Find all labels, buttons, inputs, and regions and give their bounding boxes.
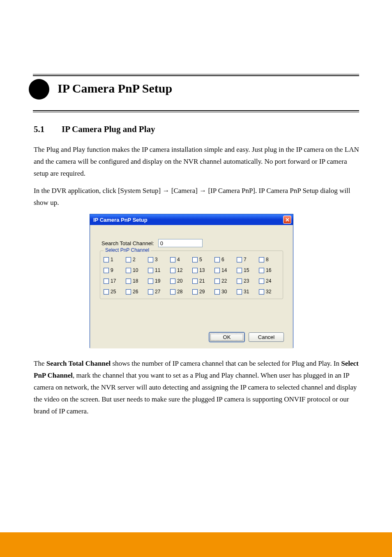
channel-checkbox-10[interactable]: 10 xyxy=(126,267,146,273)
dialog-titlebar: IP Camera PnP Setup ✕ xyxy=(90,214,293,225)
channel-label: 15 xyxy=(244,267,249,273)
checkbox-icon xyxy=(148,278,153,284)
channel-checkbox-6[interactable]: 6 xyxy=(214,257,235,262)
channel-checkbox-11[interactable]: 11 xyxy=(148,267,168,273)
checkbox-icon xyxy=(214,278,220,284)
chapter-bullet xyxy=(29,79,49,100)
channel-checkbox-22[interactable]: 22 xyxy=(214,278,235,284)
channel-label: 32 xyxy=(266,289,271,295)
channel-checkbox-29[interactable]: 29 xyxy=(192,289,213,295)
channel-checkbox-18[interactable]: 18 xyxy=(126,278,146,284)
channel-label: 10 xyxy=(133,267,138,273)
checkbox-icon xyxy=(170,278,175,284)
dialog-button-row: OK Cancel xyxy=(209,332,284,342)
channel-checkbox-15[interactable]: 15 xyxy=(237,267,257,273)
channel-label: 19 xyxy=(155,278,160,284)
channel-checkbox-3[interactable]: 3 xyxy=(148,257,168,262)
channel-label: 13 xyxy=(199,267,205,273)
channel-label: 21 xyxy=(199,278,205,284)
channel-checkbox-14[interactable]: 14 xyxy=(214,267,235,273)
search-row: Search Total Channel: xyxy=(101,239,285,247)
channel-checkbox-17[interactable]: 17 xyxy=(104,278,124,284)
channel-label: 28 xyxy=(177,289,182,295)
close-icon: ✕ xyxy=(285,217,290,223)
channel-label: 27 xyxy=(155,289,160,295)
chapter-title: IP Camera PnP Setup xyxy=(58,81,172,95)
channel-checkbox-4[interactable]: 4 xyxy=(170,257,191,262)
channel-label: 1 xyxy=(111,257,113,262)
checkbox-icon xyxy=(126,257,131,262)
checkbox-icon xyxy=(214,257,220,262)
channel-checkbox-21[interactable]: 21 xyxy=(192,278,213,284)
checkbox-icon xyxy=(192,278,198,284)
channel-label: 26 xyxy=(133,289,138,295)
checkbox-icon xyxy=(170,268,175,273)
checkbox-icon xyxy=(259,257,264,262)
checkbox-icon xyxy=(148,289,153,295)
section-title: IP Camera Plug and Play xyxy=(62,124,155,135)
channel-checkbox-26[interactable]: 26 xyxy=(126,289,146,295)
cancel-button[interactable]: Cancel xyxy=(249,332,284,342)
paragraph-3: The Search Total Channel shows the numbe… xyxy=(34,358,359,417)
channel-checkbox-2[interactable]: 2 xyxy=(126,257,146,262)
dialog-body: Search Total Channel: Select PnP Channel… xyxy=(90,225,293,348)
paragraph-1: The Plug and Play function makes the IP … xyxy=(34,144,359,180)
footer-bar xyxy=(0,532,392,557)
channel-label: 18 xyxy=(133,278,138,284)
channel-checkbox-28[interactable]: 28 xyxy=(170,289,191,295)
channel-label: 29 xyxy=(199,289,205,295)
channel-label: 7 xyxy=(244,257,247,262)
channel-checkbox-13[interactable]: 13 xyxy=(192,267,213,273)
select-pnp-channel-group: Select PnP Channel 123456789101112131415… xyxy=(100,251,283,299)
checkbox-icon xyxy=(259,278,264,284)
channel-label: 12 xyxy=(177,267,182,273)
channel-checkbox-16[interactable]: 16 xyxy=(259,267,279,273)
checkbox-icon xyxy=(192,289,198,295)
channel-checkbox-25[interactable]: 25 xyxy=(104,289,124,295)
channel-checkbox-5[interactable]: 5 xyxy=(192,257,213,262)
channel-checkbox-30[interactable]: 30 xyxy=(214,289,235,295)
channel-checkbox-19[interactable]: 19 xyxy=(148,278,168,284)
checkbox-icon xyxy=(259,289,264,295)
search-total-channel-label: Search Total Channel: xyxy=(101,240,154,246)
channel-checkbox-32[interactable]: 32 xyxy=(259,289,279,295)
ok-button[interactable]: OK xyxy=(209,332,244,342)
channel-checkbox-7[interactable]: 7 xyxy=(237,257,257,262)
checkbox-icon xyxy=(259,268,264,273)
checkbox-icon xyxy=(237,278,242,284)
channel-checkbox-1[interactable]: 1 xyxy=(104,257,124,262)
channel-checkbox-23[interactable]: 23 xyxy=(237,278,257,284)
checkbox-icon xyxy=(148,268,153,273)
checkbox-icon xyxy=(214,289,220,295)
checkbox-icon xyxy=(104,289,109,295)
checkbox-icon xyxy=(192,257,198,262)
channel-label: 25 xyxy=(111,289,116,295)
checkbox-icon xyxy=(170,289,175,295)
channel-checkbox-9[interactable]: 9 xyxy=(104,267,124,273)
search-total-channel-input[interactable] xyxy=(158,239,203,247)
channel-checkbox-12[interactable]: 12 xyxy=(170,267,191,273)
checkbox-icon xyxy=(192,268,198,273)
close-button[interactable]: ✕ xyxy=(283,216,291,224)
checkbox-icon xyxy=(104,257,109,262)
channel-label: 14 xyxy=(221,267,227,273)
channel-checkbox-8[interactable]: 8 xyxy=(259,257,279,262)
paragraph-2: In the DVR application, click [System Se… xyxy=(34,185,359,209)
checkbox-icon xyxy=(237,257,242,262)
channel-checkbox-27[interactable]: 27 xyxy=(148,289,168,295)
dialog-window: IP Camera PnP Setup ✕ Search Total Chann… xyxy=(90,214,293,348)
channel-label: 8 xyxy=(266,257,269,262)
divider-top xyxy=(33,74,359,75)
checkbox-icon xyxy=(170,257,175,262)
channel-checkbox-24[interactable]: 24 xyxy=(259,278,279,284)
checkbox-icon xyxy=(148,257,153,262)
channel-checkbox-20[interactable]: 20 xyxy=(170,278,191,284)
channel-checkbox-31[interactable]: 31 xyxy=(237,289,257,295)
channel-label: 6 xyxy=(221,257,224,262)
channel-label: 2 xyxy=(133,257,136,262)
channel-label: 24 xyxy=(266,278,271,284)
checkbox-icon xyxy=(126,289,131,295)
groupbox-legend: Select PnP Channel xyxy=(104,247,151,253)
channel-label: 9 xyxy=(111,267,113,273)
section-number: 5.1 xyxy=(34,124,44,135)
